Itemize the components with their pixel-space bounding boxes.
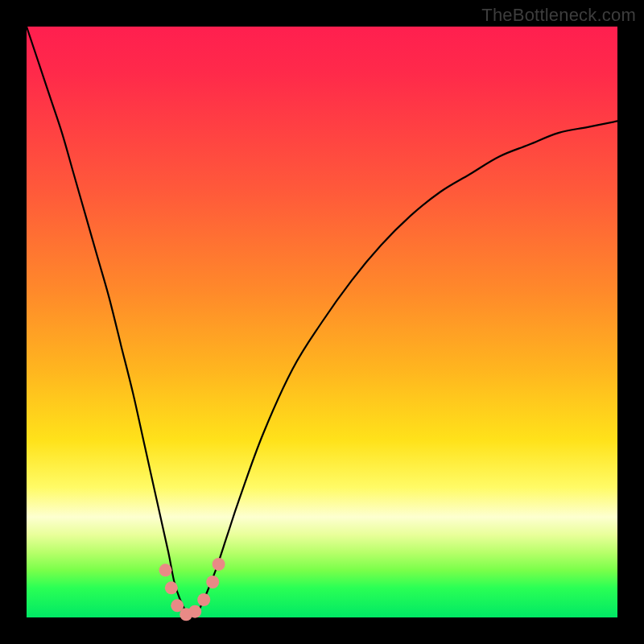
valley-marker [165,581,178,594]
valley-marker [197,593,210,606]
valley-marker [188,605,201,618]
valley-marker [213,558,225,571]
watermark-label: TheBottleneck.com [481,5,636,26]
valley-marker [159,564,172,576]
bottleneck-curve [27,27,617,617]
valley-marker [206,576,219,588]
chart-frame: TheBottleneck.com [0,0,644,644]
plot-area [27,27,617,617]
